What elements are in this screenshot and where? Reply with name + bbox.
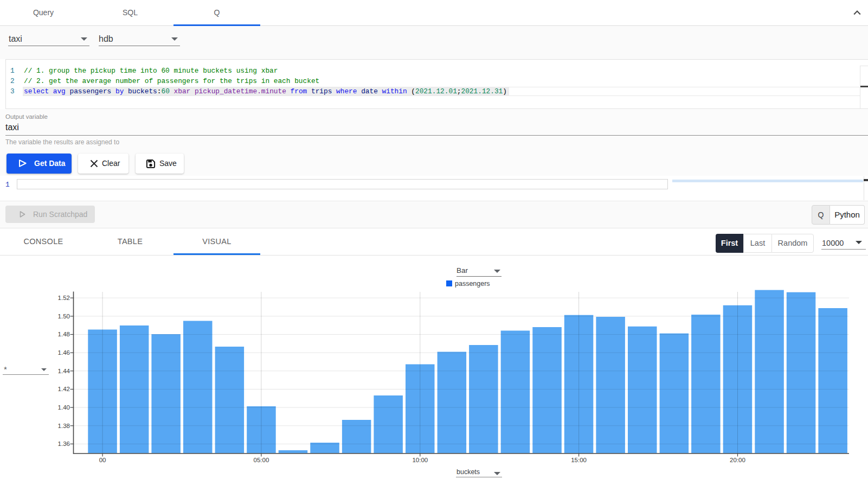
svg-text:1.52: 1.52 xyxy=(58,295,70,301)
svg-text:1.44: 1.44 xyxy=(58,368,70,374)
svg-text:00: 00 xyxy=(99,457,106,463)
svg-text:1.38: 1.38 xyxy=(58,423,70,429)
svg-text:10:00: 10:00 xyxy=(412,457,428,463)
svg-text:1.42: 1.42 xyxy=(58,386,70,392)
svg-text:1.46: 1.46 xyxy=(58,349,70,356)
svg-text:15:00: 15:00 xyxy=(571,457,587,463)
svg-text:05:00: 05:00 xyxy=(254,457,269,463)
svg-text:20:00: 20:00 xyxy=(730,457,745,463)
svg-text:1.36: 1.36 xyxy=(58,440,70,447)
svg-text:1.48: 1.48 xyxy=(58,331,70,337)
svg-text:1.50: 1.50 xyxy=(58,313,70,320)
svg-text:1.40: 1.40 xyxy=(58,404,70,411)
